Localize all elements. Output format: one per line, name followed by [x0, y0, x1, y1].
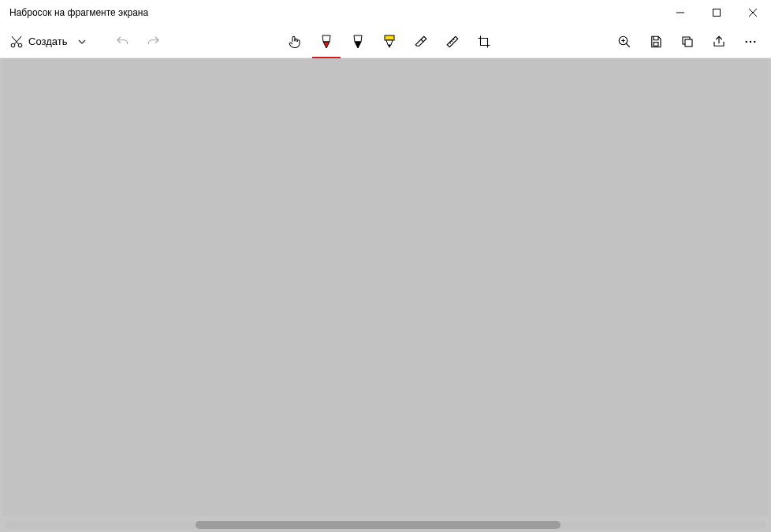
highlighter-icon — [382, 34, 397, 50]
share-icon — [712, 35, 726, 49]
svg-rect-0 — [713, 9, 721, 17]
more-icon — [743, 35, 758, 49]
ruler-icon — [445, 35, 460, 49]
pencil-icon — [351, 34, 365, 50]
minimize-button[interactable] — [662, 0, 698, 25]
copy-icon — [680, 35, 695, 49]
close-icon — [749, 9, 757, 17]
snip-new-icon — [9, 35, 24, 49]
ruler-button[interactable] — [437, 26, 468, 58]
new-snip-dropdown[interactable] — [72, 29, 92, 54]
actions-group — [609, 26, 766, 58]
redo-button[interactable] — [138, 26, 169, 58]
highlighter-button[interactable] — [374, 26, 405, 58]
maximize-button[interactable] — [698, 0, 735, 25]
pencil-button[interactable] — [342, 26, 374, 58]
save-icon — [649, 35, 663, 49]
undo-icon — [115, 35, 129, 49]
undo-button[interactable] — [106, 26, 138, 58]
window-controls — [662, 0, 771, 25]
chevron-down-icon — [77, 37, 87, 47]
more-button[interactable] — [735, 26, 766, 58]
zoom-button[interactable] — [609, 26, 640, 58]
ballpoint-pen-button[interactable] — [311, 26, 342, 58]
canvas-area[interactable] — [0, 58, 771, 532]
copy-button[interactable] — [672, 26, 703, 58]
svg-rect-5 — [654, 42, 658, 46]
maximize-icon — [713, 9, 721, 17]
eraser-button[interactable] — [405, 26, 437, 58]
svg-point-9 — [754, 40, 755, 42]
redo-icon — [147, 35, 161, 49]
share-button[interactable] — [703, 26, 735, 58]
crop-icon — [477, 35, 491, 49]
save-button[interactable] — [640, 26, 672, 58]
touch-write-icon — [288, 35, 302, 49]
titlebar: Набросок на фрагменте экрана — [0, 0, 771, 25]
eraser-icon — [414, 35, 428, 49]
toolbar: Создать — [0, 25, 771, 58]
zoom-icon — [617, 35, 631, 49]
new-snip-group: Создать — [5, 29, 92, 54]
crop-button[interactable] — [468, 26, 500, 58]
svg-rect-6 — [685, 39, 692, 47]
history-group — [106, 26, 169, 58]
svg-point-7 — [746, 40, 747, 42]
new-snip-label: Создать — [28, 35, 67, 47]
svg-point-2 — [18, 43, 22, 47]
ballpoint-pen-icon — [319, 34, 333, 50]
svg-point-1 — [11, 43, 15, 47]
new-snip-button[interactable]: Создать — [5, 32, 72, 52]
svg-rect-3 — [385, 35, 394, 40]
app-window: Набросок на фрагменте экрана Создать — [0, 0, 771, 532]
touch-writing-button[interactable] — [279, 26, 311, 58]
window-title: Набросок на фрагменте экрана — [9, 7, 148, 18]
close-button[interactable] — [735, 0, 771, 25]
scrollbar-thumb[interactable] — [196, 521, 561, 529]
tools-group — [279, 26, 500, 58]
horizontal-scrollbar[interactable] — [5, 521, 766, 529]
minimize-icon — [676, 9, 684, 17]
svg-point-8 — [750, 40, 751, 42]
